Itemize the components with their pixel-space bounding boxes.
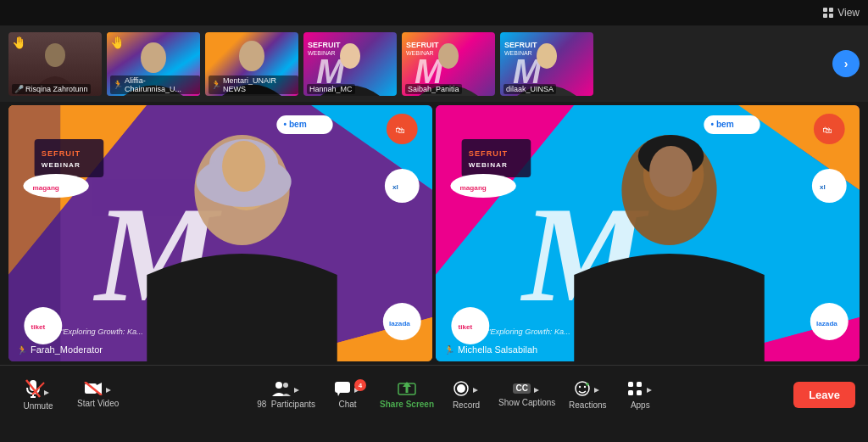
- participant-name-risqina: 🎤 Risqina Zahrotunn: [12, 84, 91, 94]
- svg-text:"Exploring Growth: Ka...: "Exploring Growth: Ka...: [60, 327, 143, 336]
- main-video-area: SEFRUIT WEBINAR M "Exploring Growth: Ka.…: [0, 102, 868, 365]
- carousel-next-button[interactable]: ›: [832, 50, 860, 77]
- svg-text:lazada: lazada: [389, 320, 410, 327]
- participant-thumb-aliffia[interactable]: 🤚 🏃 Aliffia-Chairunn: [107, 32, 200, 96]
- svg-point-99: [579, 386, 581, 388]
- show-captions-button[interactable]: CC Show Captions: [493, 379, 560, 411]
- top-bar: View: [0, 0, 868, 25]
- video-label-farah: 🏃 Farah_Moderator: [17, 344, 103, 355]
- record-icon: [453, 380, 480, 397]
- svg-marker-108: [647, 388, 652, 393]
- unmute-label: Unmute: [23, 401, 53, 411]
- participants-label: 98 Participants: [257, 400, 315, 409]
- start-video-label: Start Video: [77, 399, 119, 408]
- svg-rect-28: [35, 139, 104, 177]
- view-button[interactable]: View: [822, 7, 860, 19]
- svg-text:"Exploring Growth: Ka...: "Exploring Growth: Ka...: [487, 327, 570, 336]
- participant-thumb-risqina[interactable]: 🤚 🎤 Risqina Zahrotunn: [8, 32, 102, 96]
- svg-point-20: [537, 43, 557, 69]
- participant-name-aliffia: 🏃 Aliffia-Chairunnisa_U...: [110, 76, 200, 94]
- main-video-farah[interactable]: SEFRUIT WEBINAR M "Exploring Growth: Ka.…: [8, 105, 432, 361]
- participant-thumb-hannah[interactable]: SEFRUIT WEBINAR M Hannah_MC: [303, 32, 397, 96]
- participant-thumb-saibah[interactable]: SEFRUIT WEBINAR M Saibah_Panitia: [402, 32, 495, 96]
- svg-text:• bem: • bem: [283, 120, 306, 129]
- svg-text:magang: magang: [33, 184, 59, 192]
- svg-text:xl: xl: [820, 183, 826, 191]
- svg-text:magang: magang: [460, 184, 487, 192]
- svg-point-100: [584, 386, 586, 388]
- unmute-button[interactable]: Unmute: [13, 376, 64, 414]
- share-screen-button[interactable]: Share Screen: [375, 378, 439, 412]
- svg-rect-0: [823, 8, 827, 12]
- svg-marker-85: [106, 388, 111, 393]
- svg-point-86: [275, 382, 282, 389]
- reactions-label: Reactions: [569, 400, 606, 410]
- svg-rect-56: [462, 139, 531, 177]
- svg-point-50: [222, 141, 265, 192]
- wave-emoji-aliffia: 🤚: [110, 36, 125, 49]
- svg-rect-89: [335, 382, 350, 393]
- svg-marker-81: [44, 390, 49, 395]
- svg-rect-104: [628, 382, 633, 387]
- leave-button[interactable]: Leave: [793, 382, 855, 408]
- camera-icon: [84, 382, 113, 395]
- svg-text:SEFRUIT: SEFRUIT: [406, 41, 439, 49]
- svg-text:WEBINAR: WEBINAR: [42, 161, 81, 169]
- apps-button[interactable]: Apps: [615, 377, 665, 413]
- wave-emoji: 🤚: [12, 36, 26, 49]
- participant-name-saibah: Saibah_Panitia: [405, 84, 462, 94]
- record-button[interactable]: Record: [441, 377, 492, 413]
- svg-rect-2: [823, 14, 827, 18]
- participant-thumb-mentari[interactable]: 🏃 Mentari_UNAIR NEWS: [205, 32, 298, 96]
- svg-rect-3: [829, 14, 833, 18]
- video-bg-left: SEFRUIT WEBINAR M "Exploring Growth: Ka.…: [8, 105, 432, 361]
- svg-rect-1: [829, 8, 833, 12]
- muted-speaker-icon: 🏃: [444, 345, 454, 355]
- svg-marker-88: [294, 388, 299, 393]
- record-label: Record: [453, 400, 480, 410]
- speaker-icon: 🏃: [17, 345, 27, 355]
- svg-point-8: [239, 41, 264, 71]
- toolbar: Unmute Start Video: [0, 365, 868, 424]
- svg-text:SEFRUIT: SEFRUIT: [42, 149, 81, 158]
- svg-point-76: [649, 146, 693, 197]
- svg-point-7: [141, 42, 166, 73]
- svg-text:tiket: tiket: [459, 323, 473, 331]
- toolbar-left: Unmute Start Video: [13, 376, 124, 414]
- captions-icon: CC: [513, 383, 540, 394]
- apps-icon: [626, 380, 654, 397]
- main-video-michella[interactable]: SEFRUIT WEBINAR M "Exploring Growth: Ka.…: [436, 105, 860, 361]
- running-icon-mentari: 🏃: [211, 80, 221, 89]
- reactions-button[interactable]: Reactions: [562, 377, 613, 413]
- chat-badge: 4: [354, 379, 366, 391]
- svg-text:SEFRUIT: SEFRUIT: [308, 41, 341, 49]
- participants-strip: 🤚 🎤 Risqina Zahrotunn 🤚: [0, 25, 868, 102]
- svg-point-12: [340, 43, 360, 69]
- participants-button[interactable]: 98 Participants: [252, 378, 320, 412]
- participant-name-dilaak: dilaak_UINSA: [504, 84, 556, 94]
- svg-text:SEFRUIT: SEFRUIT: [469, 149, 508, 158]
- svg-point-4: [45, 43, 65, 67]
- video-label-michella: 🏃 Michella Salsabilah: [444, 344, 537, 355]
- apps-label: Apps: [631, 400, 650, 410]
- running-icon: 🏃: [113, 80, 123, 89]
- participants-icon: [272, 381, 301, 396]
- participant-name-hannah: Hannah_MC: [307, 84, 355, 94]
- svg-text:SEFRUIT: SEFRUIT: [504, 41, 537, 49]
- svg-rect-106: [628, 390, 633, 395]
- svg-point-69: [812, 169, 847, 203]
- svg-rect-107: [637, 390, 642, 395]
- svg-text:WEBINAR: WEBINAR: [469, 161, 508, 169]
- svg-point-87: [283, 383, 288, 388]
- svg-marker-97: [534, 388, 539, 393]
- toolbar-right: Leave: [793, 382, 855, 408]
- start-video-button[interactable]: Start Video: [72, 376, 124, 414]
- share-screen-label: Share Screen: [380, 400, 434, 409]
- chat-label: Chat: [339, 400, 357, 409]
- svg-text:xl: xl: [392, 183, 398, 191]
- participant-thumb-dilaak[interactable]: SEFRUIT WEBINAR M dilaak_UINSA: [500, 32, 593, 96]
- toolbar-center: 98 Participants 4 Chat: [252, 377, 665, 413]
- chat-button[interactable]: 4 Chat: [322, 378, 373, 412]
- participant-name-mentari: 🏃 Mentari_UNAIR NEWS: [209, 76, 298, 94]
- svg-marker-96: [473, 388, 478, 393]
